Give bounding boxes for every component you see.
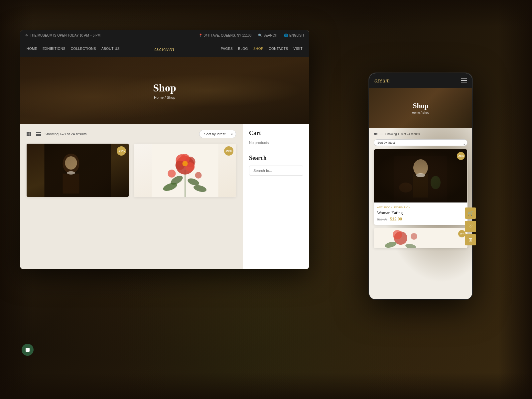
dot [27, 135, 28, 136]
search-section-title: Search [249, 155, 303, 162]
svg-rect-28 [374, 149, 467, 202]
heart-icon: ♡ [468, 224, 473, 229]
mobile-product-image-1 [374, 149, 467, 202]
mobile-hero: Shop Home / Shop [369, 88, 472, 128]
fab-cart-button[interactable]: 🛒 [465, 207, 476, 219]
main-nav: HOME EXHIBITIONS COLLECTIONS ABOUT US oz… [20, 41, 309, 57]
mobile-product-categories: ART, BOOK, EXHIBITION [377, 206, 464, 209]
list-view-icon[interactable] [36, 132, 41, 136]
expand-icon: ⊞ [468, 237, 472, 243]
nav-left: HOME EXHIBITIONS COLLECTIONS ABOUT US [27, 47, 120, 51]
dot [30, 133, 31, 135]
stop-icon [26, 348, 30, 352]
top-bar-left: ⊙ THE MUSEUM IS OPEN TODAY 10 AM – 5 PM [25, 34, 100, 37]
mobile-hero-title: Shop [413, 101, 429, 110]
svg-point-34 [411, 233, 417, 240]
nav-home[interactable]: HOME [27, 47, 37, 51]
bg-vignette-top [0, 0, 532, 27]
svg-point-16 [183, 161, 188, 166]
svg-point-18 [195, 172, 202, 179]
cart-icon: 🛒 [468, 210, 473, 216]
product-image-2 [134, 144, 236, 197]
mobile-product-card-1[interactable]: -20% ART, BOOK, EXHIBITION Woman Eating … [374, 149, 467, 225]
svg-point-31 [393, 230, 402, 239]
nav-about[interactable]: ABOUT US [101, 47, 120, 51]
mobile-sort-wrapper: Sort by latest ▾ [374, 139, 467, 149]
painting-floral [134, 144, 236, 197]
language-label: ENGLISH [289, 34, 304, 37]
shop-area: Showing 1–8 of 24 results Sort by latest… [20, 124, 309, 269]
hero-breadcrumb: Home / Shop [154, 95, 175, 99]
svg-rect-5 [45, 144, 111, 197]
list-bar [36, 134, 41, 135]
dot [30, 135, 31, 136]
mobile-sort-select[interactable]: Sort by latest [374, 139, 467, 146]
globe-icon: 🌐 [284, 34, 288, 37]
museum-hours: THE MUSEUM IS OPEN TODAY 10 AM – 5 PM [30, 34, 100, 37]
address-text: 34TH AVE, QUEENS, NY 11106 [204, 34, 252, 37]
clock-icon: ⊙ [25, 34, 28, 37]
nav-pages[interactable]: PAGES [221, 47, 233, 51]
fab-wishlist-button[interactable]: ♡ [465, 221, 476, 232]
mobile-price-old: $15.00 [377, 217, 387, 221]
bg-vignette-right [499, 0, 532, 399]
discount-badge-1: -20% [117, 146, 126, 156]
product-card-1[interactable]: -20% [27, 144, 129, 197]
nav-blog[interactable]: BLOG [238, 47, 248, 51]
results-count: Showing 1–8 of 24 results [45, 132, 87, 136]
language-button[interactable]: 🌐 ENGLISH [284, 34, 304, 37]
sort-select[interactable]: Sort by latest [199, 130, 236, 138]
hero-section: Shop Home / Shop [20, 57, 309, 124]
shop-toolbar: Showing 1–8 of 24 results Sort by latest… [27, 130, 236, 138]
toolbar-left: Showing 1–8 of 24 results [27, 132, 87, 136]
product-card-2[interactable]: -20% [134, 144, 236, 197]
right-panel: Cart No products Search [243, 124, 309, 269]
painting-woman [27, 144, 129, 197]
fab-group: 🛒 ♡ ⊞ [465, 207, 476, 245]
mobile-discount-badge-1: -20% [457, 152, 465, 160]
sort-wrapper: Sort by latest ▾ [199, 130, 236, 138]
site-logo-desktop[interactable]: ozeum [154, 45, 175, 53]
discount-badge-2: -20% [224, 146, 233, 156]
mobile-product-card-2-partial[interactable]: -20% [374, 228, 467, 248]
mobile-discount-badge-2: -20% [458, 230, 466, 237]
top-bar: ⊙ THE MUSEUM IS OPEN TODAY 10 AM – 5 PM … [20, 30, 309, 41]
shop-main: Showing 1–8 of 24 results Sort by latest… [20, 124, 243, 269]
product-image-1 [27, 144, 129, 197]
mobile-price-new: $12.00 [390, 217, 402, 221]
list-bar [36, 135, 41, 136]
product-grid: -20% [27, 144, 236, 197]
search-icon: 🔍 [258, 34, 262, 37]
stop-button[interactable] [22, 344, 34, 356]
mobile-product-name: Woman Eating [377, 210, 464, 215]
cart-title: Cart [249, 130, 303, 137]
top-bar-right: 📍 34TH AVE, QUEENS, NY 11106 🔍 SEARCH 🌐 … [199, 34, 304, 37]
dot [27, 132, 28, 133]
cart-empty-text: No products [249, 141, 303, 145]
dot [27, 133, 28, 135]
search-section: Search [249, 155, 303, 176]
mobile-hero-breadcrumb: Home / Shop [412, 111, 430, 114]
dot [28, 133, 30, 135]
dot [28, 132, 30, 133]
nav-shop[interactable]: SHOP [253, 47, 263, 51]
bg-vignette-bottom [0, 372, 532, 399]
list-bar [36, 132, 41, 133]
svg-point-17 [168, 170, 176, 178]
nav-visit[interactable]: VISIT [293, 47, 303, 51]
desktop-browser-window: ⊙ THE MUSEUM IS OPEN TODAY 10 AM – 5 PM … [20, 30, 309, 269]
location-icon: 📍 [199, 34, 202, 37]
nav-exhibitions[interactable]: EXHIBITIONS [43, 47, 66, 51]
nav-contacts[interactable]: CONTACTS [269, 47, 288, 51]
mobile-product-image-2-partial [374, 228, 467, 248]
nav-collections[interactable]: COLLECTIONS [71, 47, 96, 51]
search-input-desktop[interactable] [249, 166, 303, 176]
mobile-product-prices: $15.00 $12.00 [377, 217, 464, 221]
mobile-product-info: ART, BOOK, EXHIBITION Woman Eating $15.0… [374, 202, 467, 225]
mobile-browser-window: ozeum Shop Home / Shop [369, 73, 472, 299]
search-button[interactable]: 🔍 SEARCH [258, 34, 277, 37]
fab-expand-button[interactable]: ⊞ [465, 234, 476, 245]
search-label: SEARCH [263, 34, 277, 37]
nav-right: PAGES BLOG SHOP CONTACTS VISIT [221, 47, 303, 51]
grid-view-icon[interactable] [27, 132, 31, 136]
